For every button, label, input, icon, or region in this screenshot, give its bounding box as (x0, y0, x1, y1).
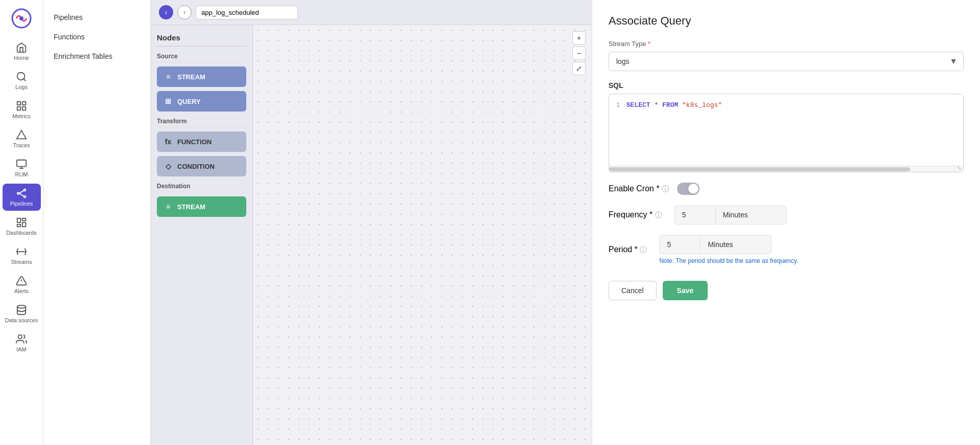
node-condition-button[interactable]: ◇ CONDITION (157, 156, 246, 176)
svg-rect-9 (17, 160, 26, 167)
sidebar-item-rum[interactable]: RUM (3, 154, 41, 182)
sql-star: * (650, 101, 662, 109)
period-label: Period * ⓘ (609, 245, 647, 255)
node-stream-dest-button[interactable]: ≡ STREAM (157, 196, 246, 217)
svg-point-2 (17, 73, 25, 80)
period-input-row: Minutes (659, 235, 772, 254)
svg-point-13 (24, 189, 26, 191)
sidebar-item-logs[interactable]: Logs (3, 67, 41, 94)
sql-space (678, 101, 682, 109)
sidebar-item-metrics[interactable]: Metrics (3, 96, 41, 123)
sidebar-item-traces-label: Traces (13, 142, 30, 148)
svg-rect-5 (22, 102, 26, 105)
node-query-source-button[interactable]: ⊞ QUERY (157, 91, 246, 112)
sidebar-item-alerts[interactable]: Alerts (3, 271, 41, 298)
period-unit: Minutes (700, 235, 772, 254)
stream-type-select[interactable]: logs metrics traces (609, 52, 964, 71)
function-icon: fx (163, 137, 173, 147)
sidebar-item-streams-label: Streams (11, 259, 32, 265)
pipeline-canvas-area: ‹ ‹ Nodes Source ≡ (151, 0, 592, 445)
condition-label: CONDITION (177, 163, 215, 170)
node-stream-source-button[interactable]: ≡ STREAM (157, 66, 246, 87)
enable-cron-toggle[interactable] (677, 183, 699, 195)
query-source-icon: ⊞ (163, 96, 173, 106)
svg-rect-18 (22, 218, 26, 221)
nav-prev-button[interactable]: ‹ (177, 5, 192, 19)
svg-point-1 (19, 16, 24, 20)
stream-source-label: STREAM (177, 73, 205, 81)
cancel-button[interactable]: Cancel (609, 281, 657, 300)
svg-line-3 (24, 79, 26, 81)
destination-section: Destination ≡ STREAM (157, 183, 246, 217)
enable-cron-group: Enable Cron * ⓘ (609, 183, 964, 195)
panel-title: Associate Query (609, 14, 964, 28)
save-button[interactable]: Save (663, 281, 708, 300)
stream-type-select-wrapper: logs metrics traces ▼ (609, 52, 964, 71)
sql-group: SQL 1SELECT * FROM "k8s_logs" ⤡ (609, 81, 964, 172)
sql-content[interactable]: 1SELECT * FROM "k8s_logs" (609, 94, 958, 166)
second-sidebar: Pipelines Functions Enrichment Tables (43, 0, 151, 445)
sidebar-item-iam-label: IAM (16, 346, 27, 352)
sidebar-item-rum-label: RUM (15, 171, 28, 177)
source-divider (157, 62, 246, 62)
zoom-in-button[interactable]: + (572, 31, 586, 44)
transform-section: Transform fx FUNCTION ◇ CONDITION (157, 118, 246, 176)
toggle-knob (688, 184, 698, 194)
pipeline-name-input[interactable] (196, 6, 298, 19)
svg-rect-4 (17, 102, 20, 105)
nodes-title: Nodes (157, 33, 246, 47)
enable-cron-info-icon: ⓘ (662, 185, 669, 193)
pipeline-canvas: + − ⤢ (253, 25, 592, 445)
period-note: Note: The period should be the same as f… (659, 257, 798, 264)
enable-cron-label: Enable Cron * ⓘ (609, 184, 669, 194)
sidebar-item-traces[interactable]: Traces (3, 125, 41, 152)
sidebar-item-dashboards[interactable]: Dashboards (3, 213, 41, 240)
sql-line-number: 1 (616, 101, 620, 109)
sql-scrollbar-vertical[interactable] (958, 94, 963, 95)
sidebar-item-metrics-label: Metrics (12, 113, 30, 119)
sidebar-item-home[interactable]: Home (3, 38, 41, 65)
period-group: Period * ⓘ Minutes Note: The period shou… (609, 235, 964, 264)
sql-scrollbar-horizontal[interactable] (609, 166, 963, 172)
frequency-number-input[interactable] (674, 205, 715, 225)
app-logo (8, 5, 35, 32)
source-section: Source ≡ STREAM ⊞ QUERY (157, 53, 246, 112)
period-info-icon: ⓘ (640, 246, 647, 254)
sidebar-item-logs-label: Logs (15, 84, 28, 90)
svg-marker-8 (17, 130, 26, 139)
node-function-button[interactable]: fx FUNCTION (157, 131, 246, 152)
sidebar-item-data-sources-label: Data sources (5, 317, 38, 323)
right-panel: Associate Query Stream Type * logs metri… (592, 0, 980, 445)
period-number-input[interactable] (659, 235, 700, 254)
sql-scrollbar-thumb (609, 167, 910, 171)
second-sidebar-enrichment-tables[interactable]: Enrichment Tables (43, 47, 150, 65)
frequency-input-row: Minutes (674, 205, 787, 225)
svg-rect-6 (22, 107, 26, 110)
sidebar-item-data-sources[interactable]: Data sources (3, 300, 41, 327)
sidebar-item-pipelines[interactable]: Pipelines (3, 184, 41, 211)
canvas-wrapper: ‹ ‹ Nodes Source ≡ (151, 0, 592, 445)
stream-type-required: * (648, 40, 650, 48)
svg-rect-20 (17, 225, 20, 227)
condition-icon: ◇ (163, 161, 173, 171)
fit-button[interactable]: ⤢ (572, 62, 586, 75)
sql-resize-handle[interactable]: ⤡ (955, 164, 963, 172)
sql-editor[interactable]: 1SELECT * FROM "k8s_logs" ⤡ (609, 94, 964, 172)
sidebar: Home Logs Metrics Traces RUM Pipelines D… (0, 0, 43, 445)
second-sidebar-pipelines[interactable]: Pipelines (43, 8, 150, 27)
svg-line-15 (19, 191, 24, 194)
frequency-label: Frequency * ⓘ (609, 210, 662, 220)
sql-label: SQL (609, 81, 964, 90)
zoom-out-button[interactable]: − (572, 47, 586, 60)
svg-point-12 (17, 192, 19, 194)
main-area: ‹ ‹ Nodes Source ≡ (151, 0, 980, 445)
svg-point-23 (17, 305, 26, 308)
sidebar-item-streams[interactable]: Streams (3, 242, 41, 269)
stream-dest-label: STREAM (177, 203, 205, 211)
enable-cron-row: Enable Cron * ⓘ (609, 183, 964, 195)
transform-section-title: Transform (157, 118, 246, 125)
back-button[interactable]: ‹ (159, 5, 173, 19)
svg-point-14 (24, 196, 26, 198)
sidebar-item-iam[interactable]: IAM (3, 329, 41, 357)
second-sidebar-functions[interactable]: Functions (43, 28, 150, 46)
